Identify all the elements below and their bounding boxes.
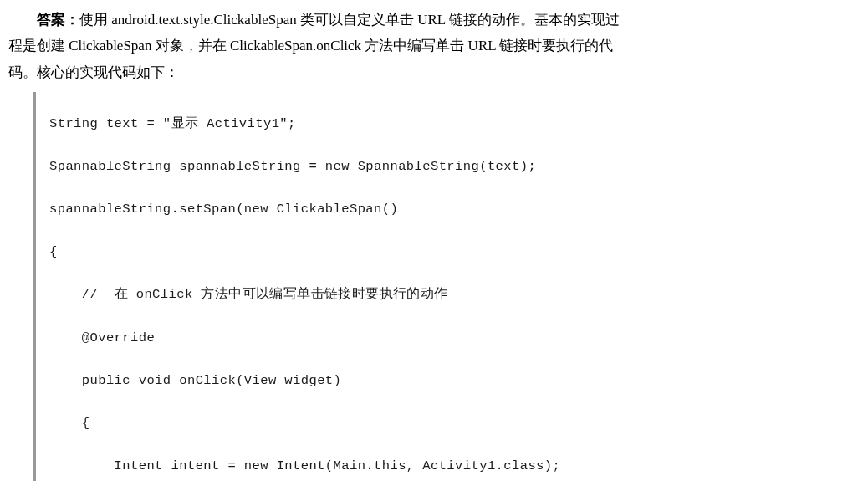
code-block: String text = "显示 Activity1"; SpannableS… — [33, 92, 828, 481]
code-line: { — [49, 242, 828, 264]
code-line: public void onClick(View widget) — [49, 371, 828, 392]
code-line: @Override — [49, 328, 828, 350]
code-line: // 在 onClick 方法中可以编写单击链接时要执行的动作 — [49, 284, 828, 306]
answer-line-1: 答案：使用 android.text.style.ClickableSpan 类… — [8, 7, 828, 33]
answer-label: 答案： — [37, 12, 79, 28]
answer-paragraph: 答案：使用 android.text.style.ClickableSpan 类… — [8, 7, 828, 85]
code-line: String text = "显示 Activity1"; — [49, 114, 828, 136]
code-line: spannableString.setSpan(new ClickableSpa… — [49, 199, 828, 221]
answer-line-2: 程是创建 ClickableSpan 对象，并在 ClickableSpan.o… — [8, 33, 828, 59]
code-line: Intent intent = new Intent(Main.this, Ac… — [49, 456, 828, 478]
answer-line-3: 码。核心的实现代码如下： — [8, 59, 828, 85]
answer-text-1: 使用 android.text.style.ClickableSpan 类可以自… — [79, 12, 620, 28]
code-line: { — [49, 413, 828, 435]
code-line: SpannableString spannableString = new Sp… — [49, 156, 828, 178]
